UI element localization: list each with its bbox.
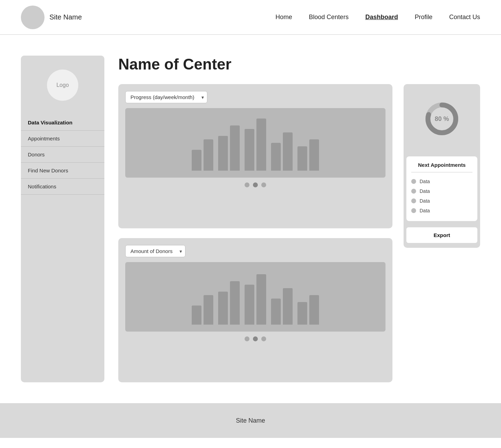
chart1-select-wrapper[interactable]: Progress (day/week/month) Day Week Month xyxy=(125,91,207,103)
bar xyxy=(309,295,319,325)
sidebar-item-appointments[interactable]: Appointments xyxy=(21,131,104,147)
bar xyxy=(283,132,293,171)
appointment-label: Data xyxy=(420,188,430,194)
appointment-label: Data xyxy=(420,208,430,213)
chart2-select-wrapper[interactable]: Amount of Donors This Week This Month xyxy=(125,245,185,257)
appointment-item-3: Data xyxy=(411,196,472,206)
sidebar-item-notifications[interactable]: Notifications xyxy=(21,179,104,195)
chart1-dots xyxy=(125,182,385,187)
chart-card-2: Amount of Donors This Week This Month xyxy=(118,238,392,382)
progress-card: 80 % xyxy=(404,84,480,154)
sidebar-item-data-visualization[interactable]: Data Visualization xyxy=(21,115,104,131)
dashboard-area: Name of Center Progress (day/week/month)… xyxy=(118,56,480,382)
header-nav: Home Blood Centers Dashboard Profile Con… xyxy=(276,14,480,21)
chart1-dot-1[interactable] xyxy=(245,182,249,187)
donut-chart: 80 % xyxy=(419,96,464,141)
bar-group xyxy=(271,132,293,171)
bar xyxy=(192,306,201,325)
bar xyxy=(218,292,228,325)
appointments-title: Next Appointments xyxy=(411,162,472,172)
appointment-dot xyxy=(411,208,416,213)
appointment-label: Data xyxy=(420,179,430,184)
chart2-dot-1[interactable] xyxy=(245,336,249,341)
footer-site-name: Site Name xyxy=(236,417,265,424)
bar-group xyxy=(192,295,213,325)
page-title: Name of Center xyxy=(118,56,480,73)
bar xyxy=(283,288,293,325)
chart1-select-row: Progress (day/week/month) Day Week Month xyxy=(125,91,385,103)
nav-profile[interactable]: Profile xyxy=(415,14,432,21)
chart2-area xyxy=(125,262,385,332)
bar xyxy=(204,139,213,171)
bar-group xyxy=(245,119,266,171)
bar xyxy=(271,143,281,171)
export-button[interactable]: Export xyxy=(406,227,477,243)
bar-group xyxy=(218,281,240,325)
appointment-dot xyxy=(411,189,416,194)
nav-home[interactable]: Home xyxy=(276,14,292,21)
sidebar-logo: Logo xyxy=(47,70,78,101)
appointments-inner: Next Appointments Data Data Data xyxy=(406,156,477,221)
sidebar-item-donors[interactable]: Donors xyxy=(21,147,104,163)
bar xyxy=(256,274,266,325)
export-area: Export xyxy=(404,224,480,248)
appointment-item-4: Data xyxy=(411,206,472,215)
appointments-card: Next Appointments Data Data Data xyxy=(404,154,480,224)
bar-group xyxy=(245,274,266,325)
bar xyxy=(271,299,281,325)
bar xyxy=(192,150,201,171)
appointment-item-2: Data xyxy=(411,186,472,196)
appointment-dot xyxy=(411,179,416,184)
bar xyxy=(309,139,319,171)
donut-percent: 80 % xyxy=(435,115,449,123)
bar xyxy=(230,281,240,325)
bar-group xyxy=(218,125,240,171)
header-logo-area: Site Name xyxy=(21,6,276,29)
right-panel: 80 % Next Appointments Data Data xyxy=(404,84,480,382)
main-content: Logo Data Visualization Appointments Don… xyxy=(0,35,501,403)
bar-group xyxy=(271,288,293,325)
header-site-name: Site Name xyxy=(49,13,82,21)
bar xyxy=(297,302,307,325)
charts-column: Progress (day/week/month) Day Week Month xyxy=(118,84,392,382)
sidebar-logo-area: Logo xyxy=(21,56,104,111)
chart1-area xyxy=(125,108,385,178)
chart1-dot-3[interactable] xyxy=(261,182,266,187)
nav-contact-us[interactable]: Contact Us xyxy=(449,14,480,21)
header-logo-icon xyxy=(21,6,45,29)
bar-group xyxy=(297,139,319,171)
sidebar-item-find-new-donors[interactable]: Find New Donors xyxy=(21,163,104,179)
chart2-dot-3[interactable] xyxy=(261,336,266,341)
bar xyxy=(204,295,213,325)
appointment-item-1: Data xyxy=(411,177,472,186)
chart2-dot-2[interactable] xyxy=(253,336,258,341)
chart1-dot-2[interactable] xyxy=(253,182,258,187)
sidebar: Logo Data Visualization Appointments Don… xyxy=(21,56,104,382)
bar xyxy=(230,125,240,171)
bar xyxy=(256,119,266,171)
nav-blood-centers[interactable]: Blood Centers xyxy=(309,14,349,21)
header: Site Name Home Blood Centers Dashboard P… xyxy=(0,0,501,35)
chart1-select[interactable]: Progress (day/week/month) Day Week Month xyxy=(125,91,207,103)
chart2-dots xyxy=(125,336,385,341)
bar-group xyxy=(297,295,319,325)
bar xyxy=(218,136,228,171)
sidebar-nav: Data Visualization Appointments Donors F… xyxy=(21,115,104,195)
chart2-select[interactable]: Amount of Donors This Week This Month xyxy=(125,245,185,257)
bar xyxy=(245,285,254,325)
footer: Site Name xyxy=(0,403,501,438)
chart2-select-row: Amount of Donors This Week This Month xyxy=(125,245,385,257)
appointment-dot xyxy=(411,198,416,203)
appointment-label: Data xyxy=(420,198,430,204)
nav-dashboard[interactable]: Dashboard xyxy=(365,14,398,21)
bar xyxy=(297,146,307,171)
dashboard-grid: Progress (day/week/month) Day Week Month xyxy=(118,84,480,382)
chart-card-1: Progress (day/week/month) Day Week Month xyxy=(118,84,392,228)
bar xyxy=(245,129,254,171)
bar-group xyxy=(192,139,213,171)
